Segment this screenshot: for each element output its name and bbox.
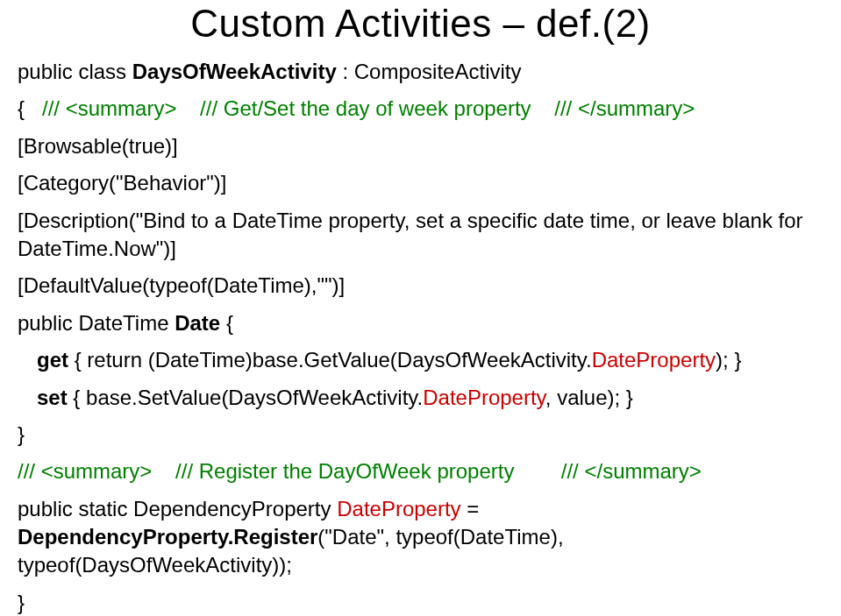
code-line-brace-and-summary: { /// <summary> /// Get/Set the day of w… <box>18 95 823 123</box>
code-line-get: get { return (DateTime)base.GetValue(Day… <box>18 346 823 374</box>
date-property-ref: DateProperty <box>423 386 545 409</box>
text: public DateTime <box>18 311 175 335</box>
code-line-description: [Description("Bind to a DateTime propert… <box>18 207 823 264</box>
class-name: DaysOfWeekActivity <box>132 60 337 83</box>
xml-comment: /// <summary> <box>18 459 152 483</box>
code-line-static: public static DependencyProperty DatePro… <box>18 495 823 580</box>
text: { return (DateTime)base.GetValue(DaysOfW… <box>68 348 592 372</box>
keyword-get: get <box>37 348 68 372</box>
code-line-close-brace-outer: } <box>18 589 823 616</box>
slide: Custom Activities – def.(2) public class… <box>0 2 841 616</box>
code-line-close-brace: } <box>18 421 823 449</box>
date-property-ref: DateProperty <box>592 348 716 372</box>
text: public static DependencyProperty <box>18 497 337 520</box>
code-line-category: [Category("Behavior")] <box>18 169 823 197</box>
date-property-decl: DateProperty <box>337 497 460 520</box>
text: { <box>220 311 233 335</box>
xml-comment: /// Get/Set the day of week property <box>200 96 531 120</box>
text: : CompositeActivity <box>337 60 522 83</box>
prop-name: Date <box>175 311 220 335</box>
text: public class <box>18 60 132 83</box>
register-call: DependencyProperty.Register <box>18 525 317 549</box>
text: , value); } <box>545 386 633 409</box>
code-line-set: set { base.SetValue(DaysOfWeekActivity.D… <box>18 384 823 412</box>
text: ); } <box>716 348 741 372</box>
xml-comment: /// </summary> <box>561 459 702 483</box>
code-body: public class DaysOfWeekActivity : Compos… <box>18 58 823 616</box>
code-line-class: public class DaysOfWeekActivity : Compos… <box>18 58 823 86</box>
slide-title: Custom Activities – def.(2) <box>18 2 823 46</box>
text: = <box>461 497 480 520</box>
text: { base.SetValue(DaysOfWeekActivity. <box>68 386 424 409</box>
code-line-browsable: [Browsable(true)] <box>18 132 823 160</box>
code-line-prop: public DateTime Date { <box>18 309 823 337</box>
xml-comment: /// <summary> <box>42 96 176 120</box>
code-line-summary2: /// <summary> /// Register the DayOfWeek… <box>18 457 823 485</box>
keyword-set: set <box>37 386 68 409</box>
open-brace: { <box>18 96 25 120</box>
code-line-defaultvalue: [DefaultValue(typeof(DateTime),"")] <box>18 272 823 300</box>
xml-comment: /// Register the DayOfWeek property <box>175 459 514 483</box>
xml-comment: /// </summary> <box>554 96 695 120</box>
